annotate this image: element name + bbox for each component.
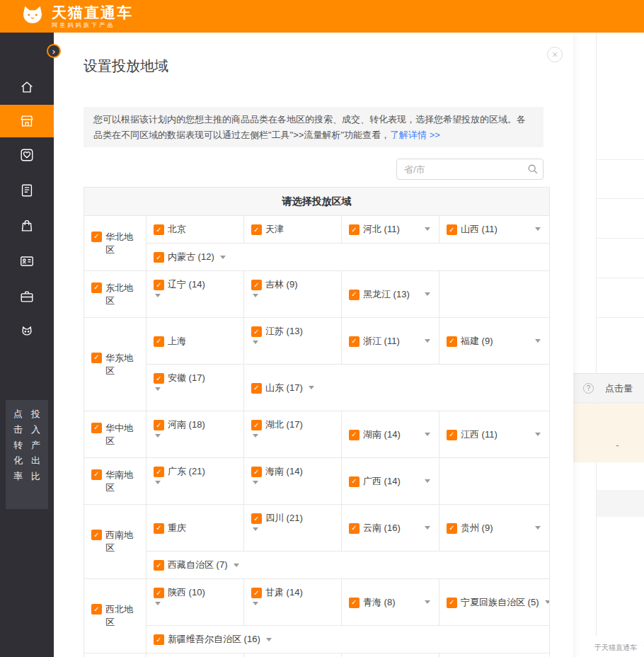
chevron-down-icon[interactable]	[253, 481, 258, 496]
chevron-down-icon[interactable]	[253, 341, 258, 356]
checkbox-checked[interactable]: ✓	[251, 326, 262, 337]
chevron-down-icon[interactable]	[425, 227, 430, 231]
chevron-down-icon[interactable]	[155, 434, 161, 450]
checkbox-checked[interactable]: ✓	[349, 476, 360, 487]
checkbox-checked[interactable]: ✓	[251, 224, 262, 235]
checkbox-checked[interactable]: ✓	[154, 523, 164, 534]
province-cell[interactable]: 台湾	[146, 653, 244, 657]
search-icon[interactable]	[527, 163, 539, 178]
checkbox-checked[interactable]: ✓	[154, 373, 164, 384]
province-cell[interactable]: ✓山西 (11)	[439, 216, 550, 244]
province-cell[interactable]: 国外	[439, 653, 550, 657]
sidebar-item-tools[interactable]	[0, 279, 54, 314]
checkbox-checked[interactable]: ✓	[154, 336, 164, 347]
checkbox-checked[interactable]: ✓	[349, 336, 360, 347]
checkbox-checked[interactable]: ✓	[154, 224, 164, 235]
checkbox-checked[interactable]: ✓	[154, 560, 164, 571]
chevron-down-icon[interactable]	[155, 481, 161, 496]
checkbox-checked[interactable]: ✓	[154, 588, 164, 598]
checkbox-checked[interactable]: ✓	[251, 588, 262, 598]
chevron-down-icon[interactable]	[425, 600, 430, 604]
province-cell[interactable]: ✓西藏自治区 (7)	[146, 552, 550, 579]
checkbox-checked[interactable]: ✓	[349, 224, 360, 235]
sidebar-collapse-button[interactable]: ›	[47, 44, 61, 58]
province-cell[interactable]: ✓河南 (18)	[146, 411, 244, 458]
checkbox-checked[interactable]: ✓	[251, 467, 262, 477]
checkbox-checked[interactable]: ✓	[447, 336, 457, 347]
checkbox-checked[interactable]: ✓	[251, 383, 262, 394]
chevron-down-icon[interactable]	[220, 256, 226, 259]
chevron-down-icon[interactable]	[155, 294, 161, 309]
checkbox-checked[interactable]: ✓	[154, 280, 164, 290]
province-cell[interactable]: ✓辽宁 (14)	[146, 271, 244, 318]
sidebar-item-favorites[interactable]	[0, 137, 54, 173]
sidebar-item-reports[interactable]	[0, 173, 54, 208]
chevron-down-icon[interactable]	[535, 339, 541, 343]
province-cell[interactable]: ✓宁夏回族自治区 (5)	[439, 579, 550, 626]
province-cell[interactable]: 澳门	[342, 653, 439, 657]
chevron-down-icon[interactable]	[253, 527, 258, 543]
close-icon[interactable]: ×	[547, 47, 563, 62]
province-cell[interactable]: ✓云南 (16)	[342, 505, 439, 552]
checkbox-checked[interactable]: ✓	[91, 530, 102, 540]
checkbox-checked[interactable]: ✓	[349, 523, 360, 534]
province-cell[interactable]: ✓海南 (14)	[244, 458, 342, 505]
province-cell[interactable]: ✓浙江 (11)	[342, 318, 439, 365]
province-cell[interactable]: ✓广西 (14)	[342, 458, 439, 505]
province-cell[interactable]: ✓江西 (11)	[439, 411, 550, 458]
province-cell[interactable]: ✓广东 (21)	[146, 458, 244, 505]
province-search-input[interactable]	[396, 159, 544, 180]
checkbox-checked[interactable]: ✓	[154, 634, 164, 645]
sidebar-metrics[interactable]: 点击转化率 投入产出比	[6, 400, 48, 509]
province-cell[interactable]: ✓安徽 (17)	[146, 365, 244, 411]
checkbox-checked[interactable]: ✓	[91, 604, 102, 615]
chevron-down-icon[interactable]	[545, 600, 550, 604]
sidebar-item-home[interactable]	[0, 69, 54, 105]
province-cell[interactable]: ✓北京	[146, 216, 244, 244]
checkbox-checked[interactable]: ✓	[91, 353, 102, 363]
checkbox-checked[interactable]: ✓	[349, 430, 360, 440]
chevron-down-icon[interactable]	[155, 602, 161, 617]
app-logo[interactable]: 天猫直通车 阿里妈妈旗下产品	[20, 4, 133, 29]
chevron-down-icon[interactable]	[535, 526, 541, 530]
checkbox-checked[interactable]: ✓	[91, 282, 102, 293]
region-cell[interactable]: 其他地区	[84, 653, 146, 657]
chevron-down-icon[interactable]	[253, 434, 258, 450]
learn-more-link[interactable]: 了解详情 >>	[390, 130, 440, 140]
chevron-down-icon[interactable]	[266, 638, 272, 641]
province-cell[interactable]: ✓福建 (9)	[439, 318, 550, 365]
chevron-down-icon[interactable]	[234, 564, 239, 567]
chevron-down-icon[interactable]	[535, 433, 541, 436]
province-cell[interactable]: ✓黑龙江 (13)	[342, 271, 439, 318]
province-cell[interactable]: ✓上海	[146, 318, 244, 365]
checkbox-checked[interactable]: ✓	[251, 280, 262, 290]
province-cell[interactable]: ✓贵州 (9)	[439, 505, 550, 552]
province-cell[interactable]: ✓湖南 (14)	[342, 411, 439, 458]
chevron-down-icon[interactable]	[309, 386, 314, 389]
checkbox-checked[interactable]: ✓	[447, 523, 457, 534]
region-cell[interactable]: ✓华东地区	[84, 318, 146, 411]
province-cell[interactable]: ✓甘肃 (14)	[244, 579, 342, 626]
region-cell[interactable]: ✓西南地区	[84, 505, 146, 579]
checkbox-checked[interactable]: ✓	[349, 290, 360, 300]
chevron-down-icon[interactable]	[535, 227, 541, 231]
chevron-down-icon[interactable]	[425, 526, 430, 530]
chevron-down-icon[interactable]	[155, 387, 161, 403]
province-cell[interactable]: ✓陕西 (10)	[146, 579, 244, 626]
region-cell[interactable]: ✓华北地区	[84, 216, 146, 271]
chevron-down-icon[interactable]	[425, 433, 430, 436]
province-cell[interactable]: ✓吉林 (9)	[244, 271, 342, 318]
checkbox-checked[interactable]: ✓	[91, 423, 102, 433]
checkbox-checked[interactable]: ✓	[154, 252, 164, 263]
province-cell[interactable]: ✓四川 (21)	[244, 505, 342, 552]
province-cell[interactable]: ✓江苏 (13)	[244, 318, 342, 365]
province-cell[interactable]: ✓天津	[244, 216, 342, 244]
sidebar-item-tmall[interactable]	[0, 314, 54, 350]
checkbox-checked[interactable]: ✓	[349, 598, 360, 608]
region-cell[interactable]: ✓华南地区	[84, 458, 146, 505]
checkbox-checked[interactable]: ✓	[251, 513, 262, 524]
checkbox-checked[interactable]: ✓	[447, 224, 457, 235]
province-cell[interactable]: ✓河北 (11)	[342, 216, 439, 244]
province-cell[interactable]: ✓新疆维吾尔自治区 (16)	[146, 626, 550, 653]
checkbox-checked[interactable]: ✓	[154, 420, 164, 430]
